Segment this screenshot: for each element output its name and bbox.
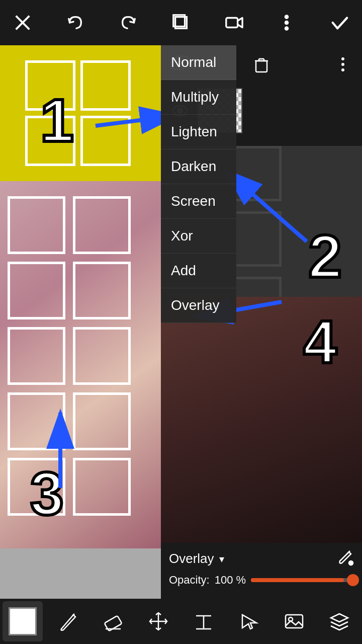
- brush-tool-button[interactable]: [48, 601, 88, 641]
- blend-option-normal[interactable]: Normal: [161, 45, 236, 80]
- blend-option-darken[interactable]: Darken: [161, 149, 236, 184]
- svg-rect-37: [286, 615, 303, 628]
- grid-square-4: [80, 116, 131, 166]
- svg-rect-4: [226, 18, 238, 28]
- opacity-slider[interactable]: [251, 578, 354, 582]
- face-grid-1: [8, 196, 65, 254]
- hair-area: [161, 297, 362, 548]
- blend-dropdown-arrow-icon[interactable]: ▾: [219, 553, 224, 565]
- canvas-yellow-section: [0, 45, 161, 181]
- opacity-label: Opacity:: [169, 574, 210, 587]
- grid-square-3: [25, 116, 75, 166]
- face-grid-6: [73, 196, 131, 254]
- video-button[interactable]: [221, 10, 246, 35]
- svg-point-28: [349, 561, 353, 565]
- blend-mode-dropdown: Normal Multiply Lighten Darken Screen Xo…: [161, 45, 236, 323]
- crop-button[interactable]: [168, 10, 194, 35]
- face-grid-7: [73, 262, 131, 319]
- face-grid-4: [8, 392, 65, 450]
- opacity-value: 100 %: [215, 574, 246, 587]
- face-section: [0, 181, 161, 548]
- opacity-row: Opacity: 100 %: [169, 574, 354, 587]
- blend-option-xor[interactable]: Xor: [161, 219, 236, 254]
- svg-point-6: [285, 21, 288, 24]
- opacity-thumb: [347, 574, 359, 586]
- svg-point-21: [341, 57, 344, 60]
- bottom-blend-bar: Overlay ▾ Opacity: 100 %: [161, 543, 362, 599]
- grid-square-1: [25, 60, 75, 111]
- move-tool-button[interactable]: [138, 601, 178, 641]
- blend-selector-row: Overlay ▾: [169, 548, 354, 570]
- select-tool-button[interactable]: [229, 601, 269, 641]
- color-swatch-tool[interactable]: [3, 601, 43, 641]
- undo-button[interactable]: [63, 10, 88, 35]
- face-grid-2: [8, 262, 65, 319]
- redo-button[interactable]: [116, 10, 141, 35]
- face-grid-10: [73, 458, 131, 516]
- svg-point-7: [285, 27, 288, 30]
- current-blend-mode[interactable]: Overlay: [169, 551, 214, 567]
- image-tool-button[interactable]: [274, 601, 314, 641]
- paint-bucket-icon[interactable]: [336, 548, 354, 570]
- canvas-bottom-gray: [0, 548, 161, 604]
- bottom-toolbar: [0, 599, 362, 644]
- svg-rect-16: [256, 61, 267, 72]
- close-button[interactable]: [10, 10, 35, 35]
- opacity-fill: [251, 578, 343, 582]
- grid-square-2: [80, 60, 131, 111]
- face-grid-8: [73, 327, 131, 385]
- layer-more-button[interactable]: [332, 53, 354, 75]
- svg-point-5: [285, 16, 288, 19]
- svg-point-23: [341, 68, 344, 71]
- blend-option-screen[interactable]: Screen: [161, 184, 236, 219]
- layers-tool-button[interactable]: [319, 601, 359, 641]
- svg-point-22: [341, 63, 344, 66]
- face-grid-5: [8, 458, 65, 516]
- eraser-tool-button[interactable]: [93, 601, 133, 641]
- color-swatch: [9, 607, 37, 635]
- face-grid-3: [8, 327, 65, 385]
- blend-option-lighten[interactable]: Lighten: [161, 115, 236, 149]
- more-button[interactable]: [274, 10, 299, 35]
- top-toolbar: [0, 0, 362, 45]
- delete-layer-button[interactable]: [250, 53, 273, 75]
- blend-option-add[interactable]: Add: [161, 254, 236, 288]
- blend-option-overlay[interactable]: Overlay: [161, 288, 236, 323]
- confirm-button[interactable]: [327, 10, 352, 35]
- text-tool-button[interactable]: [184, 601, 224, 641]
- face-grid-9: [73, 392, 131, 450]
- blend-option-multiply[interactable]: Multiply: [161, 80, 236, 115]
